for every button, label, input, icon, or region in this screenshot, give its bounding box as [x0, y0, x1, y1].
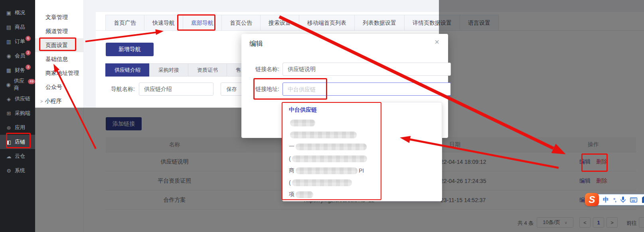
link-address-dropdown: 中台供应链 一 ( 商PI ( 项 [282, 102, 442, 201]
sidebar-item-label: 概况 [15, 9, 25, 16]
sidebar-item-system[interactable]: ⚙系统 [0, 163, 35, 178]
censored-text [296, 144, 367, 150]
dropdown-option[interactable] [289, 129, 438, 141]
sidebar-item-label: 采购端 [15, 110, 30, 117]
sidebar-item-members[interactable]: ◉会员3 [0, 49, 35, 63]
finance-badge: 3 [26, 65, 31, 70]
censored-text [292, 155, 367, 162]
sidebar-item-goods[interactable]: ▤商品 [0, 20, 35, 34]
close-icon[interactable]: × [435, 38, 439, 46]
orders-badge: 6 [26, 36, 31, 41]
goto-page-label: 前往 [626, 220, 637, 227]
clipboard-icon[interactable] [642, 197, 644, 203]
chevron-down-icon: ∨ [564, 220, 567, 225]
sidebar-item-suppliers[interactable]: ◉供应商49 [0, 77, 35, 92]
gear-icon: ⚙ [5, 168, 12, 174]
link-address-input[interactable] [282, 83, 451, 96]
censored-text [296, 167, 358, 174]
suppliers-badge: 49 [28, 79, 35, 84]
shop-icon: ◧ [5, 139, 12, 145]
dropdown-option[interactable]: ( [289, 153, 438, 165]
submenu-item-article-mgmt[interactable]: 文章管理 [35, 10, 83, 24]
submenu-label: 基础信息 [45, 56, 68, 63]
censored-text [290, 132, 357, 138]
dropdown-option[interactable]: ( [289, 177, 438, 189]
submenu-item-page-settings[interactable]: 页面设置 [35, 38, 83, 52]
dropdown-option[interactable]: 一 [289, 141, 438, 153]
sidebar-item-label: 商品 [15, 24, 25, 31]
sidebar-item-label: 会员 [15, 52, 25, 59]
next-page-button[interactable]: > [606, 217, 618, 228]
sidebar-item-procurement[interactable]: ⊞采购端 [0, 106, 35, 120]
ime-toolbar: 中 °, [597, 194, 644, 205]
submenu-label: 频道管理 [45, 28, 68, 35]
sidebar-item-label: 系统 [15, 167, 25, 174]
sidebar-item-finance[interactable]: ▦财务3 [0, 63, 35, 77]
page-number-button[interactable]: 1 [593, 217, 604, 228]
link-address-label: 链接地址: [251, 86, 279, 93]
sidebar-item-orders[interactable]: ▥订单6 [0, 34, 35, 49]
virtual-keyboard-icon[interactable] [630, 197, 637, 203]
supply-chain-icon: ◈ [5, 96, 12, 102]
submenu-label: 文章管理 [45, 14, 68, 21]
link-name-row: 链接名称: [251, 63, 451, 76]
dropdown-group-label: 中台供应链 [289, 106, 317, 114]
link-address-row: 链接地址: [251, 83, 451, 96]
sidebar-item-overview[interactable]: ▣概况 [0, 6, 35, 20]
primary-sidebar: ▣概况 ▤商品 ▥订单6 ◉会员3 ▦财务3 ◉供应商49 ◈供应链 ⊞采购端 … [0, 0, 35, 232]
sidebar-item-label: 供应链 [15, 95, 30, 102]
ime-language-toggle[interactable]: 中 [603, 196, 609, 204]
sidebar-item-label: 财务 [15, 67, 25, 74]
overview-icon: ▣ [5, 10, 12, 16]
microphone-icon[interactable] [620, 197, 626, 203]
submenu-item-basic-info[interactable]: 基础信息 [35, 52, 83, 66]
option-text: PI [359, 167, 364, 174]
submenu-item-merchant-address[interactable]: 商家地址管理 [35, 66, 83, 80]
sidebar-item-label: 订单 [15, 38, 25, 45]
option-text: ( [289, 155, 291, 162]
members-badge: 3 [26, 50, 31, 55]
censored-text [296, 191, 313, 198]
censored-text [292, 179, 352, 186]
submenu-label: 小程序 [45, 98, 61, 105]
apps-icon: ⊛ [5, 125, 12, 131]
members-icon: ◉ [5, 53, 12, 59]
sidebar-item-supply-chain[interactable]: ◈供应链 [0, 92, 35, 106]
prev-page-button[interactable]: < [579, 217, 591, 228]
procurement-icon: ⊞ [5, 110, 12, 116]
app-window: 首页广告 快速导航 底部导航 首页公告 搜索设置 移动端首页列表 列表数据设置 … [0, 0, 644, 232]
page-size-select[interactable]: 10条/页 ∨ [537, 217, 573, 228]
option-text: 一 [289, 143, 294, 150]
dropdown-option[interactable] [289, 117, 438, 129]
sidebar-item-shop[interactable]: ◧店铺 [0, 135, 35, 149]
option-text: 项 [289, 191, 294, 198]
suppliers-icon: ◉ [5, 82, 12, 88]
submenu-label: 商家地址管理 [45, 70, 79, 77]
sogou-ime-logo[interactable]: S [585, 193, 599, 206]
option-text: 商 [289, 167, 294, 174]
total-count-label: 共 4 条 [518, 220, 533, 227]
sidebar-item-cloud-warehouse[interactable]: ☁云仓 [0, 149, 35, 163]
submenu-item-channel-mgmt[interactable]: 频道管理 [35, 24, 83, 38]
dialog-title: 编辑 [249, 39, 263, 48]
sidebar-item-label: 供应商 [14, 77, 28, 92]
goto-page-input[interactable] [639, 217, 644, 228]
orders-icon: ▥ [5, 39, 12, 45]
dropdown-option-list: 一 ( 商PI ( 项 [289, 117, 438, 201]
submenu-item-mini-program[interactable]: >小程序 [35, 94, 83, 108]
option-text: ( [289, 179, 291, 186]
dropdown-option[interactable]: 项 [289, 189, 438, 201]
link-name-label: 链接名称: [251, 66, 279, 73]
dropdown-option[interactable]: 商PI [289, 165, 438, 177]
cloud-icon: ☁ [5, 153, 12, 159]
page-size-value: 10条/页 [543, 219, 560, 226]
sidebar-item-apps[interactable]: ⊛应用 [0, 120, 35, 135]
submenu-label: 公众号 [45, 84, 62, 91]
sidebar-item-label: 应用 [15, 124, 25, 131]
sidebar-item-label: 店铺 [15, 138, 25, 145]
submenu-item-official-account[interactable]: 公众号 [35, 80, 83, 94]
secondary-sidebar: 文章管理 频道管理 页面设置 基础信息 商家地址管理 公众号 >小程序 [35, 0, 84, 232]
ime-punctuation-toggle[interactable]: °, [613, 197, 616, 203]
link-name-input[interactable] [282, 63, 451, 76]
sidebar-item-label: 云仓 [15, 153, 25, 160]
